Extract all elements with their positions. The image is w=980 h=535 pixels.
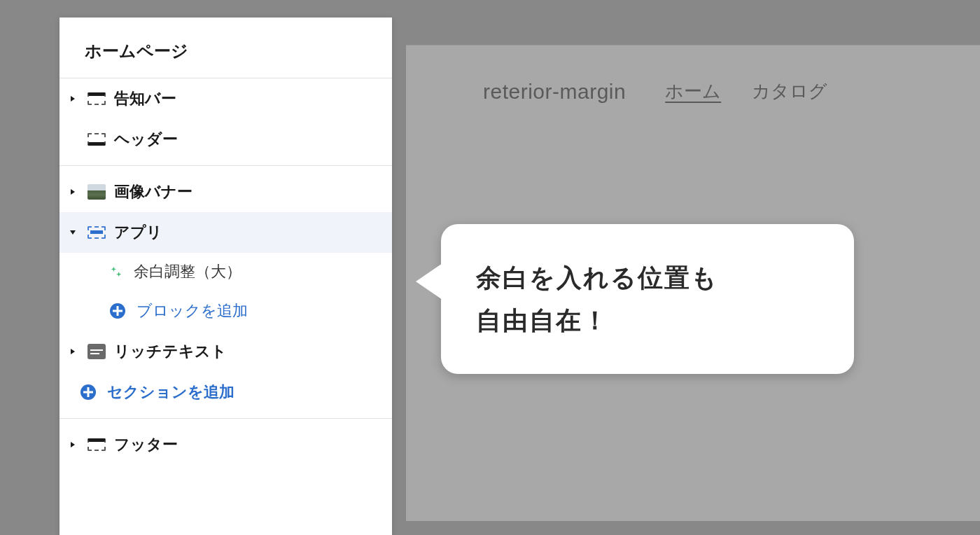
preview-nav: ホーム カタログ (665, 79, 827, 104)
section-label: リッチテキスト (114, 341, 227, 362)
divider (59, 418, 392, 419)
svg-marker-10 (71, 442, 75, 447)
chevron-right-icon (66, 92, 79, 105)
section-label: 告知バー (114, 88, 176, 109)
section-announcement-bar[interactable]: 告知バー (59, 78, 392, 119)
preview-logo[interactable]: reterior-margin (483, 80, 626, 104)
nav-item-catalog[interactable]: カタログ (752, 79, 827, 104)
svg-marker-2 (70, 230, 76, 235)
chevron-right-icon (66, 345, 79, 358)
dashed-box-top-icon (86, 436, 107, 453)
chevron-down-icon (66, 226, 79, 239)
sparkle-icon (108, 264, 124, 279)
section-rich-text[interactable]: リッチテキスト (59, 331, 392, 372)
section-label: ヘッダー (114, 129, 178, 150)
dashed-box-bottom-icon (86, 131, 107, 148)
app-sub-items: 余白調整（大） ブロックを追加 (102, 253, 392, 331)
svg-marker-6 (71, 349, 75, 354)
section-label: アプリ (114, 222, 162, 243)
svg-rect-9 (83, 391, 93, 394)
sidebar-panel: ホームページ 告知バー ヘッダー 画像バナー アプリ (59, 18, 392, 535)
svg-rect-5 (113, 310, 122, 312)
section-label: 画像バナー (114, 181, 192, 202)
callout-line2: 自由自在！ (476, 306, 609, 335)
section-image-banner[interactable]: 画像バナー (59, 172, 392, 212)
preview-header: reterior-margin ホーム カタログ (406, 46, 980, 137)
divider (59, 165, 392, 166)
callout-line1: 余白を入れる位置も (476, 263, 718, 292)
add-section-button[interactable]: セクションを追加 (59, 372, 392, 412)
sidebar-title: ホームページ (59, 18, 392, 78)
dashed-box-blue-icon (86, 224, 107, 241)
add-block-button[interactable]: ブロックを追加 (102, 291, 392, 331)
plus-circle-icon (79, 383, 97, 401)
add-block-label: ブロックを追加 (136, 300, 248, 321)
svg-marker-0 (71, 96, 75, 102)
section-footer[interactable]: フッター (59, 424, 392, 465)
section-header[interactable]: ヘッダー (59, 119, 392, 160)
section-label: フッター (114, 434, 178, 455)
chevron-right-icon (66, 438, 79, 451)
dashed-box-top-icon (86, 90, 107, 107)
callout-bubble: 余白を入れる位置も 自由自在！ (441, 224, 854, 374)
svg-marker-1 (71, 189, 75, 195)
chevron-right-icon (66, 186, 79, 198)
section-app[interactable]: アプリ (59, 212, 392, 253)
callout-text: 余白を入れる位置も 自由自在！ (476, 256, 819, 342)
add-section-label: セクションを追加 (107, 382, 234, 403)
block-label: 余白調整（大） (134, 261, 241, 282)
text-box-icon (86, 343, 107, 360)
image-thumb-icon (86, 183, 107, 200)
nav-item-home[interactable]: ホーム (665, 79, 721, 104)
plus-circle-icon (108, 302, 127, 320)
block-margin-adjust[interactable]: 余白調整（大） (102, 253, 392, 291)
